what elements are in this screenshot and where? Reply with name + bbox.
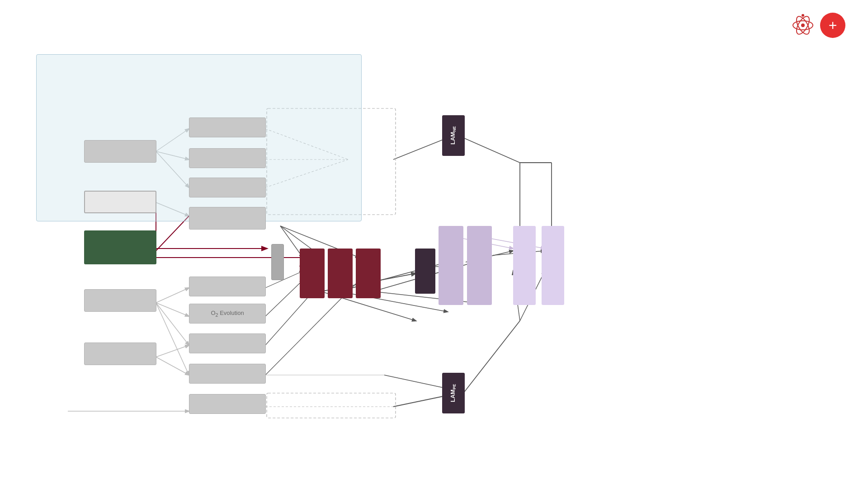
svg-point-4: [802, 14, 804, 17]
power-fade-box: [513, 226, 536, 305]
svg-line-49: [384, 375, 448, 389]
top-right-icons: +: [791, 13, 845, 38]
add-button[interactable]: +: [820, 13, 845, 38]
atom-icon: [791, 14, 815, 37]
particle-fracture-ne-box: [84, 140, 156, 163]
electrolyte-decomp-box: [328, 249, 353, 298]
ni-li-exchange-box: [189, 364, 266, 384]
island-formation-pe-box: [189, 394, 266, 414]
diagram: LAMNE O2 Evolution: [23, 50, 845, 474]
pe-structural-decomp-box: [84, 289, 156, 312]
lam-pe-box: LAMPE: [442, 373, 465, 413]
lam-ne-box: LAMNE: [442, 115, 465, 156]
pore-blockage-box: [300, 249, 325, 298]
svg-line-41: [156, 357, 189, 375]
lli-box: [415, 249, 435, 294]
sei-growth-box: [84, 230, 156, 264]
island-formation-ne-box: [189, 148, 266, 168]
lithium-plating-box: [84, 191, 156, 213]
sei-poisoning-box: [189, 207, 266, 230]
stoichiometric-drift-box: [439, 226, 463, 305]
svg-line-25: [339, 291, 448, 312]
o2-evolution-box: O2 Evolution: [189, 304, 266, 324]
electrolyte-loss-box: [356, 249, 381, 298]
svg-line-40: [156, 345, 189, 357]
svg-rect-55: [267, 393, 396, 418]
dlm-box: [271, 244, 284, 280]
capacity-fade-box: [542, 226, 564, 305]
svg-point-3: [801, 23, 805, 27]
svg-line-17: [393, 138, 448, 160]
svg-line-36: [156, 288, 189, 303]
impedance-change-box: [467, 226, 492, 305]
svg-line-38: [156, 303, 189, 345]
graphite-exfoliation-box: [189, 117, 266, 137]
svg-line-43: [265, 280, 303, 316]
dendrite-formation-box: [189, 178, 266, 197]
psei-growth-box: [189, 333, 266, 353]
svg-line-27: [463, 138, 520, 163]
svg-line-47: [393, 395, 448, 407]
svg-line-50: [463, 321, 520, 393]
particle-fracture-pe-box: [84, 343, 156, 365]
svg-line-37: [156, 303, 189, 316]
tm-dissolution-box: [189, 277, 266, 296]
svg-line-39: [156, 303, 189, 375]
